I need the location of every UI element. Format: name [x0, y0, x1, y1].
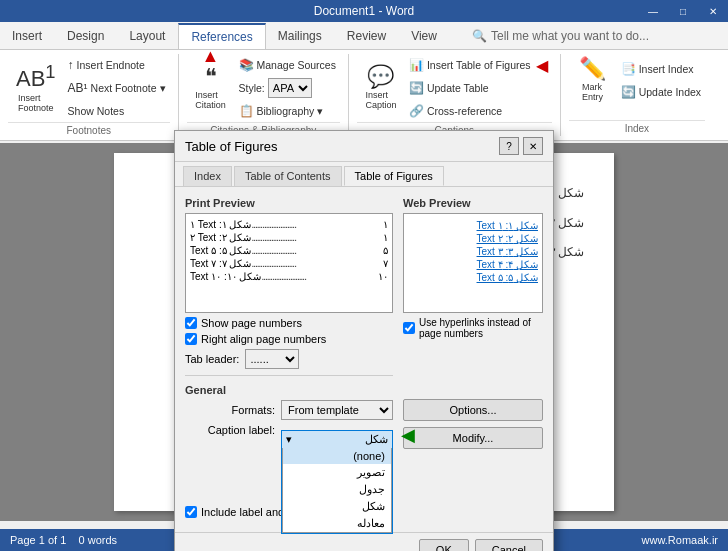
insert-index-button[interactable]: 📑 Insert Index — [617, 58, 705, 80]
tab-references[interactable]: References — [178, 23, 265, 49]
footnote-icon: AB1 — [16, 63, 56, 90]
use-hyperlinks-label: Use hyperlinks instead of page numbers — [419, 317, 543, 339]
manage-sources-button[interactable]: 📚 Manage Sources — [235, 54, 340, 76]
web-link-5[interactable]: شکل ۵: Text ۵ — [408, 272, 538, 283]
insert-endnote-button[interactable]: ↑ Insert Endnote — [64, 54, 170, 76]
dropdown-option-moadeleh[interactable]: معادله — [283, 515, 391, 532]
next-footnote-label: Next Footnote — [91, 82, 157, 94]
dropdown-option-none[interactable]: (none) — [283, 448, 391, 464]
insert-table-figures-label: Insert Table of Figures — [427, 59, 531, 71]
preview-line-2: شکل ٢: Text ٢ ......................... … — [190, 231, 388, 244]
status-left: Page 1 of 1 0 words — [10, 534, 117, 546]
insert-footnote-button[interactable]: AB1 InsertFootnote — [8, 54, 64, 122]
mark-entry-button[interactable]: ✏️ MarkEntry — [569, 54, 617, 106]
citation-icon: ❝ — [205, 66, 217, 88]
tab-leader-label: Tab leader: — [185, 353, 239, 365]
tell-me[interactable]: 🔍 Tell me what you want to do... — [460, 22, 662, 49]
modify-button[interactable]: Modify... — [403, 427, 543, 449]
title-bar: Document1 - Word — □ ✕ — [0, 0, 728, 22]
tab-mailings[interactable]: Mailings — [266, 22, 335, 49]
cross-reference-button[interactable]: 🔗 Cross-reference — [405, 100, 552, 122]
footnotes-label: Footnotes — [8, 122, 170, 138]
insert-endnote-label: Insert Endnote — [77, 59, 145, 71]
page-info: Page 1 of 1 — [10, 534, 66, 546]
bibliography-button[interactable]: 📋 Bibliography ▾ — [235, 100, 340, 122]
caption-label-label: Caption label: — [185, 424, 275, 436]
web-preview-label: Web Preview — [403, 197, 543, 209]
tab-design[interactable]: Design — [55, 22, 117, 49]
dialog-title: Table of Figures — [185, 139, 278, 154]
cancel-button[interactable]: Cancel — [475, 539, 543, 551]
web-link-2[interactable]: شکل ۲: Text ۲ — [408, 233, 538, 244]
bibliography-label: Bibliography — [257, 105, 315, 117]
dropdown-option-tasawir[interactable]: تصویر — [283, 464, 391, 481]
ok-button[interactable]: OK — [419, 539, 469, 551]
title-controls: — □ ✕ — [638, 0, 728, 22]
right-buttons: Options... Modify... — [403, 399, 543, 449]
options-button[interactable]: Options... — [403, 399, 543, 421]
dialog-help-button[interactable]: ? — [499, 137, 519, 155]
insert-table-figures-button[interactable]: 📊 Insert Table of Figures ◀ — [405, 54, 552, 76]
ribbon-content: AB1 InsertFootnote ↑ Insert Endnote AB¹ … — [0, 50, 728, 141]
bibliography-icon: 📋 — [239, 104, 254, 118]
dialog-tab-index[interactable]: Index — [183, 166, 232, 186]
include-label-checkbox[interactable] — [185, 506, 197, 518]
insert-citation-button[interactable]: ❝ InsertCitation ▲ — [187, 54, 235, 122]
style-select[interactable]: APA — [268, 78, 312, 98]
dialog-tab-tof[interactable]: Table of Figures — [344, 166, 444, 186]
word-count: 0 words — [79, 534, 118, 546]
formats-row: Formats: From template — [185, 400, 393, 420]
maximize-button[interactable]: □ — [668, 0, 698, 22]
dropdown-selected-value[interactable]: شکل ▾ — [282, 431, 392, 448]
dropdown-options-list: (none) تصویر جدول شکل معادله — [282, 448, 392, 533]
website-link[interactable]: www.Romaak.ir — [642, 534, 718, 546]
show-notes-button[interactable]: Show Notes — [64, 100, 170, 122]
show-page-numbers-label: Show page numbers — [201, 317, 302, 329]
general-label: General — [185, 384, 393, 396]
formats-select[interactable]: From template — [281, 400, 393, 420]
print-preview-label: Print Preview — [185, 197, 393, 209]
minimize-button[interactable]: — — [638, 0, 668, 22]
update-table-button[interactable]: 🔄 Update Table — [405, 77, 552, 99]
update-index-icon: 🔄 — [621, 85, 636, 99]
cross-reference-icon: 🔗 — [409, 104, 424, 118]
show-page-numbers-checkbox[interactable] — [185, 317, 197, 329]
cross-reference-label: Cross-reference — [427, 105, 502, 117]
insert-citation-label: InsertCitation — [195, 90, 226, 110]
close-button[interactable]: ✕ — [698, 0, 728, 22]
manage-sources-icon: 📚 — [239, 58, 254, 72]
tab-review[interactable]: Review — [335, 22, 399, 49]
insert-index-icon: 📑 — [621, 62, 636, 76]
next-footnote-button[interactable]: AB¹ Next Footnote ▾ — [64, 77, 170, 99]
tab-layout[interactable]: Layout — [117, 22, 178, 49]
insert-caption-label: InsertCaption — [365, 90, 396, 110]
dialog-close-button[interactable]: ✕ — [523, 137, 543, 155]
tab-leader-select[interactable]: ...... —— (none) — [245, 349, 299, 369]
update-table-label: Update Table — [427, 82, 489, 94]
dialog-footer: OK Cancel — [175, 532, 553, 551]
web-link-4[interactable]: شکل ۴: Text ۴ — [408, 259, 538, 270]
dropdown-option-shakl[interactable]: شکل — [283, 498, 391, 515]
use-hyperlinks-checkbox[interactable] — [403, 322, 415, 334]
mark-entry-icon: ✏️ — [579, 58, 606, 80]
web-link-3[interactable]: شکل ۳: Text ۳ — [408, 246, 538, 257]
tab-view[interactable]: View — [399, 22, 450, 49]
caption-label-row: Caption label: شکل ▾ (none) تصویر جدول — [185, 424, 393, 436]
tab-insert[interactable]: Insert — [0, 22, 55, 49]
dialog-left-panel: Print Preview شکل ١: Text ١ ............… — [185, 197, 393, 522]
insert-index-label: Insert Index — [639, 63, 694, 75]
insert-caption-button[interactable]: 💬 InsertCaption — [357, 54, 405, 122]
chevron-down-icon: ▾ — [160, 82, 166, 94]
right-align-checkbox[interactable] — [185, 333, 197, 345]
captions-group: 💬 InsertCaption 📊 Insert Table of Figure… — [349, 54, 561, 136]
update-index-button[interactable]: 🔄 Update Index — [617, 81, 705, 103]
dropdown-option-jadwal[interactable]: جدول — [283, 481, 391, 498]
web-link-1[interactable]: شکل ۱: Text ۱ — [408, 220, 538, 231]
style-row[interactable]: Style: APA — [235, 77, 340, 99]
index-label: Index — [569, 120, 705, 136]
app-title: Document1 - Word — [314, 4, 414, 18]
chevron-bibliography-icon: ▾ — [317, 105, 323, 117]
endnote-icon: ↑ — [68, 58, 74, 72]
preview-line-3: شکل ۵: Text ۵ ......................... … — [190, 244, 388, 257]
dialog-tab-toc[interactable]: Table of Contents — [234, 166, 342, 186]
